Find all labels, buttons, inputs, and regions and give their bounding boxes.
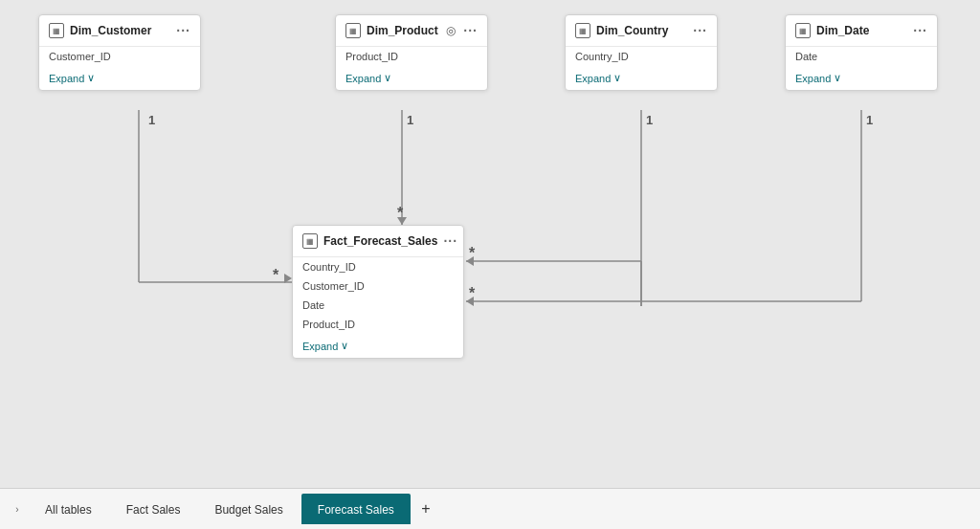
dim-customer-field-0: Customer_ID <box>39 47 200 66</box>
tab-add-button[interactable]: + <box>412 496 439 522</box>
svg-text:*: * <box>469 285 476 301</box>
dim-date-header: ▦ Dim_Date ··· <box>786 15 937 47</box>
dim-product-expand[interactable]: Expand ∨ <box>336 66 487 90</box>
table-card-dim-customer: ▦ Dim_Customer ··· Customer_ID Expand ∨ <box>38 14 201 91</box>
fact-forecast-sales-more[interactable]: ··· <box>443 233 457 249</box>
fact-field-2: Date <box>293 296 463 315</box>
table-card-dim-product: ▦ Dim_Product ◎ ··· Product_ID Expand ∨ <box>335 14 488 91</box>
tab-bar: › All tables Fact Sales Budget Sales For… <box>0 488 980 529</box>
fact-forecast-sales-expand[interactable]: Expand ∨ <box>293 334 463 358</box>
dim-country-header: ▦ Dim_Country ··· <box>566 15 717 47</box>
svg-text:1: 1 <box>148 113 155 127</box>
fact-forecast-sales-header: ▦ Fact_Forecast_Sales ··· <box>293 226 463 257</box>
svg-text:1: 1 <box>407 113 413 127</box>
dim-country-more[interactable]: ··· <box>693 23 707 38</box>
tab-nav-left[interactable]: › <box>8 496 27 522</box>
svg-text:1: 1 <box>646 113 653 127</box>
svg-marker-19 <box>466 297 474 306</box>
dim-country-icon: ▦ <box>575 23 590 38</box>
svg-text:1: 1 <box>866 113 873 127</box>
dim-country-field-0: Country_ID <box>566 47 717 66</box>
tab-fact-sales[interactable]: Fact Sales <box>110 494 197 524</box>
dim-product-more[interactable]: ··· <box>463 23 478 38</box>
table-card-dim-date: ▦ Dim_Date ··· Date Expand ∨ <box>785 14 938 91</box>
dim-date-title: Dim_Date <box>816 24 907 37</box>
dim-date-field-0: Date <box>786 47 937 66</box>
svg-text:*: * <box>273 267 279 283</box>
dim-date-more[interactable]: ··· <box>913 23 927 38</box>
dim-product-icon: ▦ <box>345 23 361 38</box>
svg-marker-4 <box>284 274 292 283</box>
svg-text:*: * <box>397 205 404 221</box>
tab-all-tables[interactable]: All tables <box>29 494 108 524</box>
fact-field-3: Product_ID <box>293 315 463 334</box>
dim-product-eye-icon: ◎ <box>446 24 456 37</box>
svg-text:*: * <box>469 245 476 261</box>
dim-customer-icon: ▦ <box>49 23 64 38</box>
dim-date-expand[interactable]: Expand ∨ <box>786 66 937 90</box>
tab-budget-sales[interactable]: Budget Sales <box>198 494 299 524</box>
dim-product-field-0: Product_ID <box>336 47 487 66</box>
dim-product-header: ▦ Dim_Product ◎ ··· <box>336 15 487 47</box>
svg-marker-8 <box>397 217 407 225</box>
fact-forecast-sales-title: Fact_Forecast_Sales <box>323 234 437 248</box>
svg-marker-14 <box>466 256 474 266</box>
dim-country-title: Dim_Country <box>596 24 687 37</box>
tab-forecast-sales[interactable]: Forecast Sales <box>301 494 411 524</box>
fact-field-0: Country_ID <box>293 257 463 276</box>
dim-country-expand[interactable]: Expand ∨ <box>566 66 717 90</box>
dim-customer-expand[interactable]: Expand ∨ <box>39 66 200 90</box>
table-card-fact-forecast-sales: ▦ Fact_Forecast_Sales ··· Country_ID Cus… <box>292 225 464 359</box>
fact-field-1: Customer_ID <box>293 276 463 296</box>
fact-forecast-sales-icon: ▦ <box>302 233 318 249</box>
dim-customer-title: Dim_Customer <box>70 24 170 37</box>
dim-date-icon: ▦ <box>795 23 811 38</box>
dim-product-title: Dim_Product <box>367 24 440 37</box>
dim-customer-more[interactable]: ··· <box>176 23 190 38</box>
dim-customer-header: ▦ Dim_Customer ··· <box>39 15 200 47</box>
table-card-dim-country: ▦ Dim_Country ··· Country_ID Expand ∨ <box>565 14 718 91</box>
